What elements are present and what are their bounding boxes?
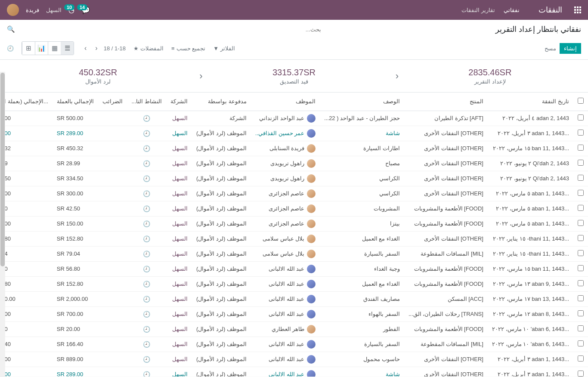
activity-clock-icon[interactable]: 🕘 xyxy=(127,291,166,306)
activity-clock-icon[interactable]: 🕘 xyxy=(127,306,166,321)
activity-clock-icon[interactable]: 🕘 xyxy=(127,261,166,276)
table-row[interactable]: ١٠ مارس، ٢٠٢٢ 'aban 6, 1443...[MIL] المس… xyxy=(0,337,588,352)
mode-label[interactable]: السهل xyxy=(46,7,62,13)
row-checkbox[interactable] xyxy=(578,175,584,181)
nav-my-expenses[interactable]: نفقاتي xyxy=(504,7,520,13)
col-activity[interactable]: النشاط التا... xyxy=(127,93,166,111)
table-row[interactable]: ٥ مارس، ٢٠٢٢ aban 1, 1443...[OTHER] النف… xyxy=(0,186,588,201)
table-row[interactable]: ١٠ مارس، ٢٠٢٢ 'aban 6, 1443...[FOOD] الأ… xyxy=(0,321,588,337)
table-row[interactable]: ١٥ يناير، ٢٠٢٢ -thani 11, 1443...[OTHER]… xyxy=(0,231,588,246)
table-row[interactable]: ٣ أبريل، ٢٠٢٢ adan 1, 1443...[OTHER] الن… xyxy=(0,126,588,141)
card-to-reimburse[interactable]: 450.32SR لرد الأموال xyxy=(0,62,196,90)
cell-company: السهل xyxy=(166,246,192,261)
employee-avatar xyxy=(307,325,316,334)
col-date[interactable]: تاريخ النفقة xyxy=(488,93,573,111)
table-row[interactable]: ١٥ مارس، ٢٠٢٢ ban 11, 1443...[OTHER] الن… xyxy=(0,141,588,156)
row-checkbox[interactable] xyxy=(578,160,584,166)
table-row[interactable]: ١٧ مارس، ٢٠٢٢ ban 13, 1443...[ACC] المسك… xyxy=(0,291,588,306)
pager-value[interactable]: 18 / 1-18 xyxy=(104,45,126,52)
col-employee[interactable]: الموظف xyxy=(251,93,320,111)
kanban-view-icon[interactable]: ▦ xyxy=(48,42,61,55)
col-desc[interactable]: الوصف xyxy=(320,93,404,111)
search-icon[interactable]: 🔍 xyxy=(7,25,15,33)
cell-date: ١٠ مارس، ٢٠٢٢ 'aban 6, 1443... xyxy=(488,337,573,352)
search-input[interactable] xyxy=(19,25,323,34)
discuss-icon[interactable]: 💬14 xyxy=(81,6,90,14)
activity-clock-icon[interactable]: 🕘 xyxy=(127,352,166,367)
nav-reports[interactable]: تقارير النفقات xyxy=(461,7,495,13)
row-checkbox[interactable] xyxy=(578,205,584,211)
apps-icon[interactable] xyxy=(574,6,581,13)
select-all-checkbox[interactable] xyxy=(578,98,584,104)
favorites-menu[interactable]: ★ المفضلات xyxy=(133,45,164,52)
graph-view-icon[interactable]: 📊 xyxy=(35,42,48,55)
row-checkbox[interactable] xyxy=(578,265,584,271)
table-row[interactable]: ٢ يونيو، ٢٠٢٢ Qi'dah 2, 1443[OTHER] النف… xyxy=(0,156,588,171)
col-tax[interactable]: الضرائب xyxy=(98,93,127,111)
activity-clock-icon[interactable]: 🕘 xyxy=(127,186,166,201)
row-checkbox[interactable] xyxy=(578,371,584,377)
row-checkbox[interactable] xyxy=(578,295,584,301)
row-checkbox[interactable] xyxy=(578,250,584,256)
table-row[interactable]: ١٣ مارس، ٢٠٢٢ aban 9, 1443...[FOOD] الأط… xyxy=(0,276,588,291)
row-checkbox[interactable] xyxy=(578,145,584,151)
create-button[interactable]: إنشاء xyxy=(560,43,581,54)
col-product[interactable]: المنتج xyxy=(404,93,488,111)
row-checkbox[interactable] xyxy=(578,310,584,316)
pivot-view-icon[interactable]: ⊞ xyxy=(22,42,35,55)
activity-clock-icon[interactable]: 🕘 xyxy=(127,231,166,246)
activity-clock-icon[interactable]: 🕘 xyxy=(127,171,166,186)
table-row[interactable]: ١٥ يناير، ٢٠٢٢ -thani 11, 1443...[MIL] ا… xyxy=(0,246,588,261)
col-total-currency[interactable]: الإجمالي بالعملة xyxy=(53,93,99,111)
table-row[interactable]: ١٥ مارس، ٢٠٢٢ ban 11, 1443...[FOOD] الأط… xyxy=(0,261,588,276)
clear-button[interactable]: مسح xyxy=(545,45,556,52)
table-row[interactable]: ٥ مارس، ٢٠٢٢ aban 1, 1443...[FOOD] الأطع… xyxy=(0,216,588,231)
cell-employee: عمر حسين القذافي.. xyxy=(251,126,320,141)
activity-clock-icon[interactable]: 🕘 xyxy=(127,276,166,291)
table-row[interactable]: ٣ أبريل، ٢٠٢٢ adan 1, 1443...[OTHER] الن… xyxy=(0,352,588,367)
pager-next-icon[interactable]: › xyxy=(93,43,100,54)
table-row[interactable]: ٤ أبريل، ٢٠٢٢ adan 2, 1443[AFT] تذكرة ال… xyxy=(0,111,588,126)
activity-icon[interactable]: ◔10 xyxy=(68,6,74,14)
col-total-company[interactable]: الإجمالي (بعملة المؤسس... xyxy=(0,93,53,111)
row-checkbox[interactable] xyxy=(578,355,584,362)
table-row[interactable]: ٥ مارس، ٢٠٢٢ aban 1, 1443...[FOOD] الأطع… xyxy=(0,201,588,216)
activity-clock-icon[interactable]: 🕘 xyxy=(127,321,166,337)
row-checkbox[interactable] xyxy=(578,220,584,226)
row-checkbox[interactable] xyxy=(578,280,584,286)
activity-clock-icon[interactable]: 🕘 xyxy=(127,367,166,377)
activity-clock-icon[interactable]: 🕘 xyxy=(127,126,166,141)
scrollbar-thumb[interactable] xyxy=(0,73,5,266)
activity-clock-icon[interactable]: 🕘 xyxy=(127,337,166,352)
row-checkbox[interactable] xyxy=(578,114,584,121)
row-checkbox[interactable] xyxy=(578,340,584,346)
activity-view-icon[interactable]: 🕘 xyxy=(7,45,14,52)
activity-clock-icon[interactable]: 🕘 xyxy=(127,201,166,216)
pager-prev-icon[interactable]: ‹ xyxy=(82,43,89,54)
activity-clock-icon[interactable]: 🕘 xyxy=(127,156,166,171)
activity-clock-icon[interactable]: 🕘 xyxy=(127,111,166,126)
app-brand[interactable]: النفقات xyxy=(538,5,562,15)
groupby-menu[interactable]: ≡ تجميع حسب xyxy=(171,45,205,52)
activity-clock-icon[interactable]: 🕘 xyxy=(127,141,166,156)
row-checkbox[interactable] xyxy=(578,325,584,331)
row-checkbox[interactable] xyxy=(578,190,584,196)
col-company[interactable]: الشركة xyxy=(166,93,192,111)
table-row[interactable]: ٣ أبريل، ٢٠٢٢ adan 1, 1443...[OTHER] الن… xyxy=(0,367,588,377)
list-view-icon[interactable]: ☰ xyxy=(61,42,74,55)
card-under-validation[interactable]: 3315.37SR قيد التصديق ‹ xyxy=(196,62,392,90)
scrollbar-track[interactable] xyxy=(0,72,5,377)
row-checkbox[interactable] xyxy=(578,130,584,136)
cell-total-co: SR 79.04 xyxy=(0,246,53,261)
col-paidby[interactable]: مدفوعة بواسطة xyxy=(192,93,251,111)
row-checkbox[interactable] xyxy=(578,235,584,241)
user-name[interactable]: فريدة xyxy=(26,7,39,13)
user-avatar[interactable] xyxy=(7,4,19,16)
table-row[interactable]: ١٢ مارس، ٢٠٢٢ aban 8, 1443...[TRANS] رحل… xyxy=(0,306,588,321)
activity-clock-icon[interactable]: 🕘 xyxy=(127,246,166,261)
filters-menu[interactable]: ▼ الفلاتر xyxy=(213,45,235,52)
card-to-report[interactable]: 2835.46SR لإعداد التقرير ‹ xyxy=(392,62,588,90)
activity-clock-icon[interactable]: 🕘 xyxy=(127,216,166,231)
table-row[interactable]: ٢ يونيو، ٢٠٢٢ Qi'dah 2, 1443[OTHER] النف… xyxy=(0,171,588,186)
table-scroll[interactable]: تاريخ النفقة المنتج الوصف الموظف مدفوعة … xyxy=(0,93,588,377)
